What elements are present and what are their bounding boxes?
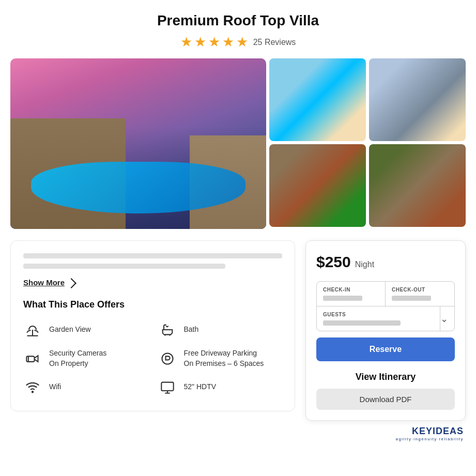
guests-input (323, 320, 401, 326)
checkin-label: CHECK-IN (323, 287, 379, 293)
svg-rect-7 (161, 382, 173, 391)
show-more-label: Show More (23, 278, 65, 287)
stars: ★ ★ ★ ★ ★ (180, 34, 248, 50)
guests-label: GUESTS (323, 312, 434, 317)
desc-line-1 (23, 253, 282, 258)
reviews-count: 25 Reviews (253, 38, 296, 47)
gallery-thumbnails (269, 58, 466, 227)
gallery-thumb-2[interactable] (369, 58, 466, 141)
page-wrapper: Premium Roof Top Villa ★ ★ ★ ★ ★ 25 Revi… (0, 0, 476, 452)
price-night: Night (355, 260, 374, 269)
amenity-security-label: Security CamerasOn Property (49, 348, 106, 368)
star-1: ★ (180, 34, 192, 50)
svg-point-5 (162, 353, 173, 364)
gallery-thumb-1[interactable] (269, 58, 366, 141)
star-4: ★ (222, 34, 234, 50)
booking-card: $250 Night CHECK-IN CHECK-OUT GUE (305, 240, 466, 421)
booking-grid: CHECK-IN CHECK-OUT GUESTS ⌄ (316, 281, 455, 331)
content-area: Show More What This Place Offers (10, 240, 466, 421)
download-pdf-button[interactable]: Download PDF (316, 389, 455, 410)
property-title: Premium Roof Top Villa (10, 12, 466, 29)
garden-icon (23, 320, 42, 339)
guests-chevron-icon[interactable]: ⌄ (440, 313, 454, 325)
header: Premium Roof Top Villa ★ ★ ★ ★ ★ 25 Revi… (10, 12, 466, 50)
description-lines (23, 253, 282, 269)
price-row: $250 Night (316, 253, 455, 271)
checkin-input (323, 296, 362, 301)
chevron-right-icon (66, 278, 76, 288)
amenity-wifi: Wifi (23, 378, 148, 396)
gallery (10, 58, 466, 230)
desc-line-2 (23, 264, 225, 269)
amenity-security-cameras: Security CamerasOn Property (23, 348, 148, 368)
amenities-grid: Garden View B (23, 320, 282, 396)
svg-point-6 (32, 391, 33, 392)
amenity-tv-label: 52" HDTV (184, 382, 217, 392)
amenity-garden-label: Garden View (49, 325, 91, 335)
star-2: ★ (194, 34, 206, 50)
view-itinerary-title: View Itinerary (316, 372, 455, 382)
star-5: ★ (236, 34, 248, 50)
amenity-garden-view: Garden View (23, 320, 148, 339)
parking-icon (158, 349, 177, 368)
reserve-button[interactable]: Reserve (316, 337, 455, 361)
bath-icon (158, 320, 177, 339)
gallery-thumb-3[interactable] (269, 144, 366, 227)
checkin-field[interactable]: CHECK-IN (317, 282, 386, 306)
brand-name: KEYIDEAS (10, 426, 464, 437)
camera-icon (23, 349, 42, 368)
checkout-input (392, 296, 431, 301)
checkout-label: CHECK-OUT (392, 287, 448, 293)
tv-icon (158, 378, 177, 396)
checkin-checkout-row: CHECK-IN CHECK-OUT (317, 282, 454, 306)
amenities-title: What This Place Offers (23, 299, 282, 310)
star-3: ★ (208, 34, 220, 50)
gallery-thumb-4[interactable] (369, 144, 466, 227)
rating-row: ★ ★ ★ ★ ★ 25 Reviews (10, 34, 466, 50)
amenity-tv: 52" HDTV (158, 378, 283, 396)
amenity-wifi-label: Wifi (49, 382, 61, 392)
amenity-bath-label: Bath (184, 325, 199, 335)
checkout-field[interactable]: CHECK-OUT (386, 282, 454, 306)
price-amount: $250 (316, 253, 351, 271)
guests-row: GUESTS ⌄ (317, 306, 454, 331)
svg-rect-3 (26, 356, 34, 362)
brand-tagline: agility·ingenuity·reliability (10, 437, 464, 441)
amenity-parking-label: Free Driveway ParkingOn Premises – 6 Spa… (184, 348, 264, 368)
amenity-parking: Free Driveway ParkingOn Premises – 6 Spa… (158, 348, 283, 368)
guests-field[interactable]: GUESTS (317, 306, 440, 331)
amenity-bath: Bath (158, 320, 283, 339)
wifi-icon (23, 378, 42, 396)
amenities-section: What This Place Offers (23, 299, 282, 396)
gallery-main-image[interactable] (10, 58, 266, 229)
footer-brand: KEYIDEAS agility·ingenuity·reliability (10, 426, 466, 441)
left-panel: Show More What This Place Offers (10, 240, 295, 411)
show-more-button[interactable]: Show More (23, 278, 75, 287)
